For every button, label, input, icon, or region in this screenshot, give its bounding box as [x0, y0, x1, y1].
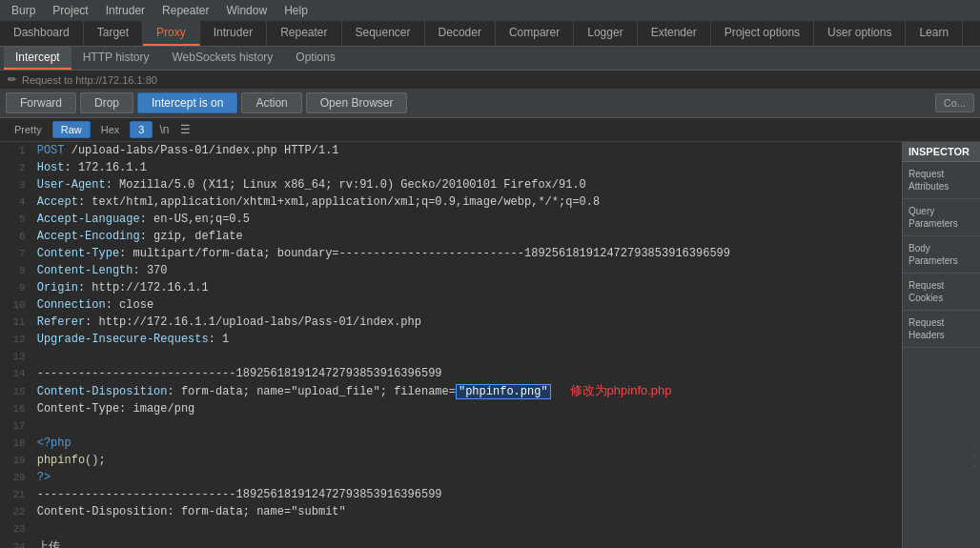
- request-url: Request to http://172.16.1:80: [22, 74, 157, 86]
- line-content: POST /upload-labs/Pass-01/index.php HTTP…: [33, 142, 902, 159]
- tab-user-options[interactable]: User options: [814, 21, 906, 46]
- tab-logger[interactable]: Logger: [574, 21, 637, 46]
- line-content: User-Agent: Mozilla/5.0 (X11; Linux x86_…: [33, 176, 902, 193]
- inspector-body-params[interactable]: Body Parameters: [903, 236, 980, 274]
- line-number: 2: [0, 159, 33, 176]
- line-content: Accept-Language: en-US,en;q=0.5: [33, 211, 902, 228]
- tab-intruder[interactable]: Intruder: [200, 21, 267, 46]
- inspector-request-cookies[interactable]: Request Cookies: [903, 274, 980, 311]
- inspector-title: INSPECTOR: [903, 142, 980, 162]
- tab-comparer[interactable]: Comparer: [496, 21, 574, 46]
- table-row: 15Content-Disposition: form-data; name="…: [0, 382, 902, 400]
- format-list-icon[interactable]: ☰: [175, 121, 195, 138]
- table-row: 1POST /upload-labs/Pass-01/index.php HTT…: [0, 142, 902, 159]
- menu-burp[interactable]: Burp: [4, 2, 43, 19]
- table-row: 20?>: [0, 469, 902, 486]
- line-number: 11: [0, 314, 33, 331]
- line-number: 17: [0, 417, 33, 435]
- tab-learn[interactable]: Learn: [906, 21, 963, 46]
- tab-decoder[interactable]: Decoder: [425, 21, 496, 46]
- sub-tabs: Intercept HTTP history WebSockets histor…: [0, 47, 980, 71]
- inspector-request-attributes[interactable]: Request Attributes: [903, 162, 980, 199]
- subtab-intercept[interactable]: Intercept: [4, 47, 71, 70]
- subtab-options[interactable]: Options: [284, 47, 346, 70]
- table-row: 24上传: [0, 538, 902, 548]
- line-content: -----------------------------18925618191…: [33, 486, 902, 503]
- line-content: Content-Length: 370: [33, 262, 902, 279]
- format-btn3[interactable]: 3: [130, 121, 153, 138]
- line-content: [33, 417, 902, 435]
- line-number: 1: [0, 142, 33, 159]
- table-row: 7Content-Type: multipart/form-data; boun…: [0, 245, 902, 262]
- line-content: phpinfo();: [33, 452, 902, 469]
- subtab-websockets[interactable]: WebSockets history: [161, 47, 285, 70]
- forward-button[interactable]: Forward: [6, 92, 76, 113]
- line-number: 5: [0, 211, 33, 228]
- line-content: Content-Type: image/png: [33, 400, 902, 417]
- table-row: 4Accept: text/html,application/xhtml+xml…: [0, 193, 902, 211]
- action-button[interactable]: Action: [241, 92, 301, 113]
- top-tabs: Dashboard Target Proxy Intruder Repeater…: [0, 21, 980, 47]
- subtab-http-history[interactable]: HTTP history: [71, 47, 161, 70]
- table-row: 19phpinfo();: [0, 452, 902, 469]
- menu-window[interactable]: Window: [218, 2, 275, 19]
- table-row: 10Connection: close: [0, 296, 902, 314]
- tab-extender[interactable]: Extender: [638, 21, 711, 46]
- format-newline[interactable]: \n: [154, 121, 174, 138]
- line-content: ?>: [33, 469, 902, 486]
- resize-handle[interactable]: · · ·: [970, 446, 980, 469]
- filename-highlight: "phpinfo.png": [456, 384, 551, 399]
- line-content: Upgrade-Insecure-Requests: 1: [33, 331, 902, 348]
- table-row: 18<?php: [0, 435, 902, 452]
- line-content: [33, 520, 902, 538]
- tab-repeater[interactable]: Repeater: [267, 21, 341, 46]
- co-button[interactable]: Co...: [935, 93, 974, 112]
- line-number: 19: [0, 452, 33, 469]
- line-number: 3: [0, 176, 33, 193]
- tab-project-options[interactable]: Project options: [711, 21, 814, 46]
- open-browser-button[interactable]: Open Browser: [306, 92, 408, 113]
- table-row: 9Origin: http://172.16.1.1: [0, 279, 902, 296]
- menu-project[interactable]: Project: [45, 2, 95, 19]
- table-row: 12Upgrade-Insecure-Requests: 1: [0, 331, 902, 348]
- line-content: Origin: http://172.16.1.1: [33, 279, 902, 296]
- line-content: Accept-Encoding: gzip, deflate: [33, 228, 902, 245]
- toolbar: Forward Drop Intercept is on Action Open…: [0, 89, 980, 118]
- intercept-button[interactable]: Intercept is on: [137, 92, 237, 113]
- menu-intruder[interactable]: Intruder: [98, 2, 153, 19]
- inspector-request-headers[interactable]: Request Headers: [903, 311, 980, 348]
- annotation-text: 修改为phpinfo.php: [570, 383, 672, 397]
- format-raw[interactable]: Raw: [52, 121, 91, 138]
- table-row: 14-----------------------------189256181…: [0, 365, 902, 382]
- line-content: Accept: text/html,application/xhtml+xml,…: [33, 193, 902, 211]
- table-row: 11Referer: http://172.16.1.1/upload-labs…: [0, 314, 902, 331]
- code-scroll[interactable]: 1POST /upload-labs/Pass-01/index.php HTT…: [0, 142, 902, 548]
- line-number: 18: [0, 435, 33, 452]
- drop-button[interactable]: Drop: [80, 92, 133, 113]
- format-pretty[interactable]: Pretty: [6, 121, 51, 138]
- line-number: 13: [0, 348, 33, 365]
- format-hex[interactable]: Hex: [92, 121, 129, 138]
- line-content: Content-Disposition: form-data; name="su…: [33, 503, 902, 520]
- inspector-query-params[interactable]: Query Parameters: [903, 199, 980, 236]
- tab-target[interactable]: Target: [84, 21, 143, 46]
- menu-repeater[interactable]: Repeater: [154, 2, 216, 19]
- line-content: -----------------------------18925618191…: [33, 365, 902, 382]
- line-content: Content-Type: multipart/form-data; bound…: [33, 245, 902, 262]
- line-number: 10: [0, 296, 33, 314]
- line-number: 21: [0, 486, 33, 503]
- table-row: 16Content-Type: image/png: [0, 400, 902, 417]
- tab-proxy[interactable]: Proxy: [143, 21, 200, 46]
- line-number: 7: [0, 245, 33, 262]
- line-number: 23: [0, 520, 33, 538]
- line-number: 6: [0, 228, 33, 245]
- line-content: Referer: http://172.16.1.1/upload-labs/P…: [33, 314, 902, 331]
- menu-bar: Burp Project Intruder Repeater Window He…: [0, 0, 980, 21]
- line-content: Connection: close: [33, 296, 902, 314]
- tab-sequencer[interactable]: Sequencer: [342, 21, 425, 46]
- menu-help[interactable]: Help: [276, 2, 316, 19]
- line-number: 8: [0, 262, 33, 279]
- line-content: Content-Disposition: form-data; name="up…: [33, 382, 902, 400]
- request-bar: ✏ Request to http://172.16.1:80: [0, 71, 980, 89]
- tab-dashboard[interactable]: Dashboard: [0, 21, 84, 46]
